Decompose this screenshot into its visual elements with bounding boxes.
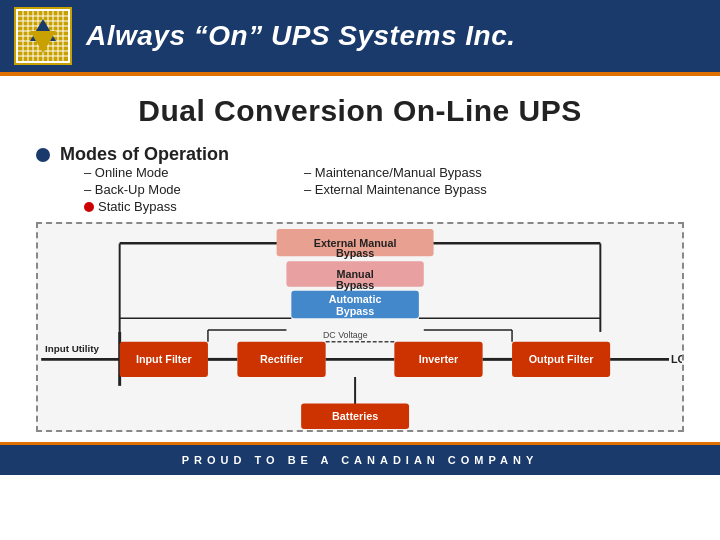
ups-diagram: External Manual Bypass Manual Bypass Aut… xyxy=(36,222,684,432)
logo xyxy=(14,7,72,65)
mode-online: – Online Mode xyxy=(84,165,304,180)
static-bullet-icon xyxy=(84,202,94,212)
svg-text:Rectifier: Rectifier xyxy=(260,353,304,365)
mode-maintenance: – Maintenance/Manual Bypass xyxy=(304,165,524,180)
svg-text:Input Utility: Input Utility xyxy=(45,343,99,354)
mode-static: Static Bypass xyxy=(84,199,304,214)
mode-external-text: – External Maintenance Bypass xyxy=(304,182,487,197)
header: Always “On” UPS Systems Inc. xyxy=(0,0,720,72)
company-name: Always “On” UPS Systems Inc. xyxy=(86,20,516,52)
modes-label: Modes of Operation xyxy=(60,144,524,165)
modes-bullet xyxy=(36,148,50,162)
svg-text:DC Voltage: DC Voltage xyxy=(323,330,368,340)
svg-text:Automatic: Automatic xyxy=(329,293,382,305)
svg-text:Batteries: Batteries xyxy=(332,410,378,422)
logo-svg xyxy=(18,11,68,61)
diagram-svg: External Manual Bypass Manual Bypass Aut… xyxy=(38,224,682,430)
modes-col-1: – Online Mode – Back-Up Mode Static Bypa… xyxy=(84,165,304,214)
mode-maintenance-text: – Maintenance/Manual Bypass xyxy=(304,165,482,180)
svg-text:LOAD: LOAD xyxy=(671,353,682,365)
svg-text:Inverter: Inverter xyxy=(419,353,459,365)
svg-text:Output Filter: Output Filter xyxy=(529,353,594,365)
page-title: Dual Conversion On-Line UPS xyxy=(36,94,684,128)
modes-col-2: – Maintenance/Manual Bypass – External M… xyxy=(304,165,524,214)
footer: PROUD TO BE A CANADIAN COMPANY xyxy=(0,445,720,475)
modes-content: Modes of Operation – Online Mode – Back-… xyxy=(60,144,524,214)
svg-text:Bypass: Bypass xyxy=(336,247,374,259)
mode-backup-text: – Back-Up Mode xyxy=(84,182,181,197)
footer-text: PROUD TO BE A CANADIAN COMPANY xyxy=(182,454,539,466)
svg-text:Bypass: Bypass xyxy=(336,279,374,291)
modes-list: – Online Mode – Back-Up Mode Static Bypa… xyxy=(84,165,524,214)
mode-external: – External Maintenance Bypass xyxy=(304,182,524,197)
main-content: Dual Conversion On-Line UPS Modes of Ope… xyxy=(0,76,720,442)
svg-text:Bypass: Bypass xyxy=(336,305,374,317)
modes-section: Modes of Operation – Online Mode – Back-… xyxy=(36,144,684,214)
mode-backup: – Back-Up Mode xyxy=(84,182,304,197)
svg-text:Input Filter: Input Filter xyxy=(136,353,193,365)
mode-static-text: Static Bypass xyxy=(98,199,177,214)
mode-online-text: – Online Mode xyxy=(84,165,169,180)
